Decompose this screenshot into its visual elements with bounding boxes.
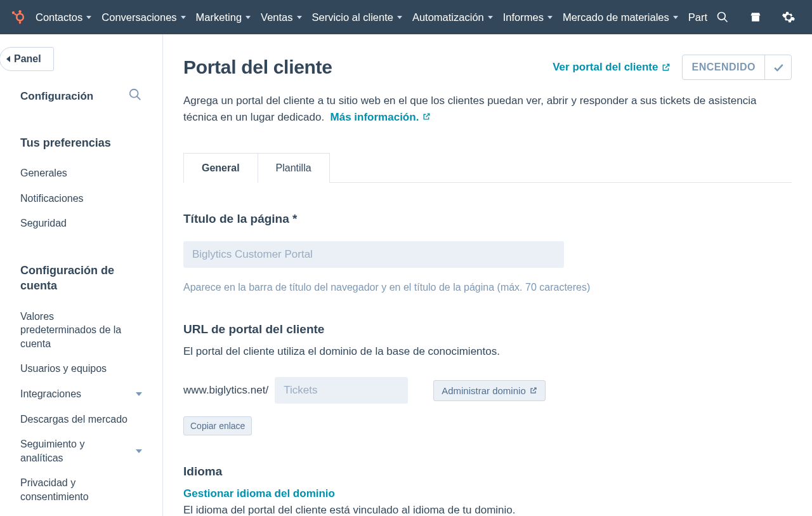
chevron-down-icon (297, 16, 302, 19)
learn-more-link[interactable]: Más información. (331, 109, 431, 126)
top-nav: Contactos Conversaciones Marketing Venta… (0, 0, 812, 34)
chevron-down-icon (547, 16, 553, 19)
main-content: Portal del cliente Ver portal del client… (163, 34, 812, 516)
chevron-left-icon (6, 56, 10, 62)
nav-mercado[interactable]: Mercado de materiales (563, 1, 678, 34)
configuration-title: Configuración (20, 90, 93, 103)
svg-point-10 (130, 89, 138, 98)
url-section-desc: El portal del cliente utiliza el dominio… (183, 345, 792, 358)
svg-point-1 (18, 10, 21, 13)
nav-partner[interactable]: Part (688, 1, 707, 34)
search-settings-icon[interactable] (128, 88, 142, 105)
portal-toggle[interactable]: ENCENDIDO (682, 55, 792, 80)
svg-line-11 (137, 96, 141, 100)
nav-servicio[interactable]: Servicio al cliente (312, 1, 402, 34)
external-link-icon (662, 63, 671, 72)
sidebar-item-partners[interactable]: Partners (0, 510, 162, 516)
toggle-state-label: ENCENDIDO (683, 55, 764, 79)
svg-rect-9 (752, 16, 759, 22)
page-title-field-label: Título de la página * (183, 212, 792, 226)
url-section-title: URL de portal del cliente (183, 322, 792, 336)
sidebar-item-account-defaults[interactable]: Valores predeterminados de la cuenta (0, 304, 162, 357)
marketplace-icon[interactable] (748, 10, 763, 25)
page-title: Portal del cliente (183, 56, 332, 78)
sidebar-item-integrations[interactable]: Integraciones (0, 381, 162, 407)
hubspot-logo[interactable] (9, 8, 27, 27)
chevron-down-icon (397, 16, 402, 19)
external-link-icon (422, 109, 431, 126)
sidebar-item-seguridad[interactable]: Seguridad (0, 211, 162, 236)
chevron-down-icon (136, 449, 142, 453)
chevron-down-icon (246, 16, 251, 19)
sidebar-item-generales[interactable]: Generales (0, 161, 162, 186)
chevron-down-icon (488, 16, 493, 19)
tab-plantilla[interactable]: Plantilla (258, 153, 330, 183)
svg-point-0 (16, 14, 23, 21)
sidebar-item-notificaciones[interactable]: Notificaciones (0, 186, 162, 211)
settings-sidebar: Panel Configuración Tus preferencias Gen… (0, 34, 163, 516)
tab-general[interactable]: General (183, 153, 258, 183)
manage-domain-language-link[interactable]: Gestionar idioma del dominio (183, 487, 792, 500)
chevron-down-icon (673, 16, 678, 19)
nav-informes[interactable]: Informes (503, 1, 553, 34)
svg-point-2 (12, 11, 15, 14)
nav-ventas[interactable]: Ventas (261, 1, 301, 34)
language-desc: El idioma del portal del cliente está vi… (183, 504, 792, 516)
nav-contactos[interactable]: Contactos (36, 1, 91, 34)
svg-point-7 (717, 13, 725, 20)
settings-gear-icon[interactable] (781, 10, 796, 25)
back-label: Panel (14, 53, 41, 65)
back-to-panel-button[interactable]: Panel (0, 47, 54, 71)
chevron-down-icon (136, 392, 142, 396)
tabs: General Plantilla (183, 153, 792, 183)
chevron-down-icon (181, 16, 186, 19)
sidebar-item-privacy[interactable]: Privacidad y consentimiento (0, 470, 162, 509)
nav-automatizacion[interactable]: Automatización (412, 1, 493, 34)
sidebar-item-users-teams[interactable]: Usuarios y equipos (0, 356, 162, 381)
search-icon[interactable] (715, 10, 730, 25)
url-prefix: www.biglytics.net/ (183, 384, 268, 397)
sidebar-item-tracking-analytics[interactable]: Seguimiento y analíticas (0, 432, 162, 470)
nav-conversaciones[interactable]: Conversaciones (102, 1, 185, 34)
language-section-title: Idioma (183, 465, 792, 479)
manage-domain-button[interactable]: Administrar dominio (433, 380, 546, 401)
prefs-section-title: Tus preferencias (0, 135, 162, 161)
page-title-input[interactable] (183, 241, 564, 268)
sidebar-item-downloads[interactable]: Descargas del mercado (0, 407, 162, 432)
nav-utility-icons: 11 (715, 8, 812, 26)
page-description: Agrega un portal del cliente a tu sitio … (183, 93, 792, 125)
account-section-title: Configuración de cuenta (0, 263, 162, 304)
svg-line-8 (724, 19, 727, 22)
view-portal-link[interactable]: Ver portal del cliente (553, 61, 671, 74)
url-slug-input[interactable] (275, 377, 408, 404)
chevron-down-icon (86, 16, 91, 19)
svg-line-5 (15, 14, 17, 16)
external-link-icon (530, 385, 537, 396)
page-title-help: Aparece en la barra de título del navega… (183, 282, 792, 293)
nav-menu: Contactos Conversaciones Marketing Venta… (36, 1, 707, 34)
toggle-check-icon (764, 55, 791, 79)
copy-link-button[interactable]: Copiar enlace (183, 416, 252, 435)
nav-marketing[interactable]: Marketing (196, 1, 251, 34)
